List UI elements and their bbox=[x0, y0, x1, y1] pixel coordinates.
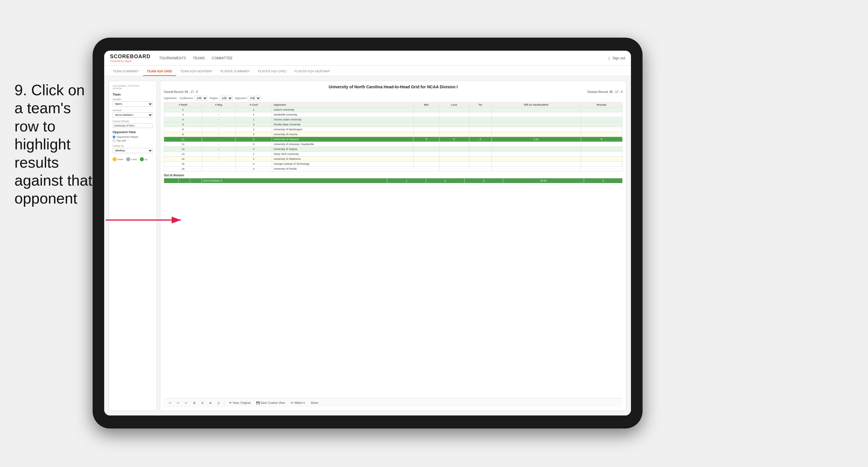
tab-player-h2h-heatmap[interactable]: PLAYER H2H HEATMAP bbox=[290, 67, 334, 76]
col-diff: Diff Av Strokes/Rnd bbox=[492, 103, 581, 108]
nav-divider: | bbox=[609, 56, 610, 60]
col-win: Win bbox=[413, 103, 439, 108]
table-row[interactable]: 15-4Georgia Institute of Technology bbox=[164, 162, 623, 167]
conference-filter: Conference (All) bbox=[180, 96, 208, 100]
nav-items: TOURNAMENTS TEAMS COMMITTEE bbox=[159, 55, 233, 61]
gender-label: Gender bbox=[113, 98, 153, 101]
logo-text: SCOREBOARD bbox=[110, 54, 151, 60]
table-row[interactable]: 9-3University of Arizona bbox=[164, 132, 623, 137]
tablet-frame: SCOREBOARD Powered by clippd TOURNAMENTS… bbox=[93, 38, 643, 429]
main-grid: University of North Carolina Head-to-Hea… bbox=[160, 81, 626, 411]
nav-right: | Sign out bbox=[609, 55, 625, 61]
save-custom-view-button[interactable]: 💾 Save Custom View bbox=[255, 401, 286, 405]
logo-area: SCOREBOARD Powered by clippd bbox=[110, 54, 151, 62]
legend-level-dot bbox=[126, 157, 130, 161]
table-row[interactable]: 6-2Florida State University bbox=[164, 122, 623, 127]
share-button[interactable]: Share bbox=[309, 401, 320, 405]
opponent-view-label: Opponent View bbox=[113, 130, 153, 134]
top-nav: SCOREBOARD Powered by clippd TOURNAMENTS… bbox=[104, 51, 631, 66]
division-label: Division bbox=[113, 109, 153, 112]
clear-button[interactable]: ⊘ bbox=[200, 401, 205, 405]
colour-by-select[interactable]: Win/loss bbox=[113, 148, 153, 153]
tab-team-h2h-grid[interactable]: TEAM H2H GRID bbox=[143, 67, 176, 76]
sign-out-button[interactable]: Sign out bbox=[613, 55, 625, 61]
grid-records: Overall Record: 89 - 17 - 0 Division Rec… bbox=[164, 90, 623, 93]
undo-button[interactable]: ↩ bbox=[167, 401, 173, 405]
conference-label: Conference bbox=[180, 97, 193, 99]
gender-select[interactable]: Men's bbox=[113, 101, 153, 107]
col-reg: # Reg bbox=[202, 103, 235, 108]
col-rounds: Rounds bbox=[581, 103, 622, 108]
table-row[interactable]: 13-1Texas Tech University bbox=[164, 152, 623, 157]
redo-button[interactable]: ↪ bbox=[176, 401, 181, 405]
legend-down-label: Down bbox=[118, 158, 123, 161]
tab-team-summary[interactable]: TEAM SUMMARY bbox=[109, 67, 143, 76]
table-row[interactable]: 8-2University of Washington bbox=[164, 127, 623, 132]
sidebar-team-label: Team bbox=[113, 93, 153, 96]
legend-up: Up bbox=[140, 157, 148, 161]
sub-nav: TEAM SUMMARY TEAM H2H GRID TEAM H2H HEAT… bbox=[104, 66, 631, 76]
nav-committee[interactable]: COMMITTEE bbox=[212, 55, 233, 61]
col-rank: # Rank bbox=[164, 103, 202, 108]
opponent-select[interactable]: (All) bbox=[247, 96, 261, 100]
h2h-table: # Rank # Reg # Conf Opponent Win Loss Ti… bbox=[164, 102, 623, 171]
grid-button[interactable]: ⊞ bbox=[192, 401, 197, 405]
legend-level-label: Level bbox=[131, 158, 136, 161]
out-of-division-row[interactable]: NCAA Division II 1 0 0 26.00 3 bbox=[164, 178, 623, 183]
table-row-highlighted[interactable]: 11-5 University of Alabama 300 2.618 bbox=[164, 137, 623, 142]
legend-down-dot bbox=[113, 157, 117, 161]
top-100-radio[interactable]: Top 100 bbox=[113, 139, 153, 142]
add-button[interactable]: ⊕ bbox=[208, 401, 213, 405]
region-select[interactable]: (All) bbox=[219, 96, 233, 100]
out-of-division-table: NCAA Division II 1 0 0 26.00 3 bbox=[164, 178, 623, 183]
table-row[interactable]: 16-3University of Florida bbox=[164, 167, 623, 171]
col-tie: Tie bbox=[469, 103, 492, 108]
conference-select[interactable]: (All) bbox=[194, 96, 208, 100]
instruction-text: 9. Click on a team's row to highlight re… bbox=[14, 81, 95, 208]
tab-player-summary[interactable]: PLAYER SUMMARY bbox=[216, 67, 254, 76]
opponents-filter-label: Opponents: bbox=[164, 97, 178, 99]
bottom-toolbar: ↩ ↪ ↩ ⊞ ⊘ ⊕ ◷ 👁 View: Original 💾 Save Cu… bbox=[164, 398, 623, 407]
tablet-screen: SCOREBOARD Powered by clippd TOURNAMENTS… bbox=[104, 51, 631, 415]
out-of-division-label: Out of division bbox=[164, 174, 623, 177]
division-record: Division Record: 88 - 17 - 0 bbox=[588, 90, 623, 93]
legend-level: Level bbox=[126, 157, 136, 161]
school-input[interactable]: University of Nort... bbox=[113, 123, 153, 128]
table-row[interactable]: 4-1Arizona State University bbox=[164, 117, 623, 122]
sidebar: Last Updated: 27/03/2024 16:55:38 Team G… bbox=[109, 81, 157, 411]
legend: Down Level Up bbox=[113, 157, 153, 161]
col-loss: Loss bbox=[439, 103, 469, 108]
nav-teams[interactable]: TEAMS bbox=[193, 55, 205, 61]
clock-button[interactable]: ◷ bbox=[216, 401, 221, 405]
col-opponent: Opponent bbox=[272, 103, 413, 108]
grid-title: University of North Carolina Head-to-Hea… bbox=[164, 85, 623, 89]
toolbar-divider bbox=[224, 400, 225, 405]
opponents-played-radio[interactable]: Opponents Played bbox=[113, 136, 153, 138]
watch-button[interactable]: 👁 Watch ▾ bbox=[289, 401, 306, 405]
table-row[interactable]: 14-2University of Oklahoma bbox=[164, 157, 623, 162]
overall-record: Overall Record: 89 - 17 - 0 bbox=[164, 90, 198, 93]
view-original-button[interactable]: 👁 View: Original bbox=[227, 401, 252, 405]
table-row[interactable]: 11-6University of Arkansas, Fayetteville bbox=[164, 142, 623, 147]
last-updated: Last Updated: 27/03/2024 16:55:38 bbox=[113, 85, 153, 90]
table-row[interactable]: 3-2Vanderbilt University bbox=[164, 112, 623, 117]
table-row[interactable]: 12-3University of Virginia bbox=[164, 147, 623, 152]
opponent-filter: Opponent (All) bbox=[235, 96, 261, 100]
colour-by-label: Colour by bbox=[113, 144, 153, 147]
back-button[interactable]: ↩ bbox=[184, 401, 189, 405]
col-conf: # Conf bbox=[235, 103, 272, 108]
nav-tournaments[interactable]: TOURNAMENTS bbox=[159, 55, 186, 61]
filter-row: Opponents: Conference (All) Region (All) bbox=[164, 96, 623, 100]
tab-team-h2h-heatmap[interactable]: TEAM H2H HEATMAP bbox=[176, 67, 216, 76]
division-select[interactable]: NCAA Division I bbox=[113, 112, 153, 118]
logo-sub: Powered by clippd bbox=[110, 60, 151, 62]
table-row[interactable]: 2-1Auburn University bbox=[164, 108, 623, 112]
school-label: School (Rank) bbox=[113, 120, 153, 123]
legend-up-dot bbox=[140, 157, 144, 161]
tab-player-h2h-grid[interactable]: PLAYER H2H GRID bbox=[254, 67, 290, 76]
opponent-view-radio-group: Opponents Played Top 100 bbox=[113, 136, 153, 142]
region-label: Region bbox=[210, 97, 218, 99]
legend-down: Down bbox=[113, 157, 123, 161]
content-area: Last Updated: 27/03/2024 16:55:38 Team G… bbox=[104, 76, 631, 415]
region-filter: Region (All) bbox=[210, 96, 233, 100]
